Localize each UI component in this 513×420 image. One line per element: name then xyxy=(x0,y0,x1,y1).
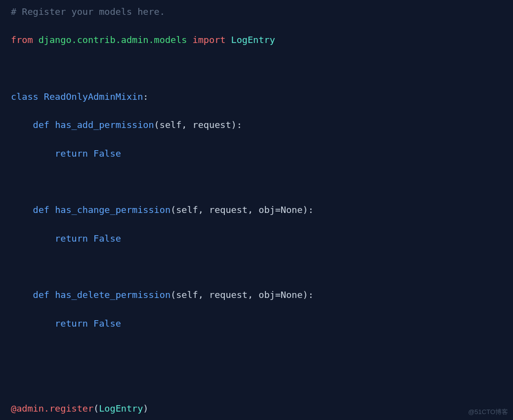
method-params: (self, request) xyxy=(154,120,237,130)
class-keyword: class xyxy=(11,91,39,102)
import-module: django.contrib.admin.models xyxy=(39,35,187,45)
method-has-delete: has_delete_permission xyxy=(55,290,171,300)
method-has-change: has_change_permission xyxy=(55,205,171,215)
method-params: (self, request, obj=None) xyxy=(171,290,308,300)
return-value: False xyxy=(93,318,121,329)
decorator-arg: LogEntry xyxy=(99,403,143,414)
watermark: @51CTO博客 xyxy=(468,407,508,417)
def-keyword: def xyxy=(33,120,49,130)
import-keyword: import xyxy=(193,35,226,45)
comment-line: # Register your models here. xyxy=(11,6,165,17)
return-value: False xyxy=(93,233,121,244)
method-has-add: has_add_permission xyxy=(55,120,154,130)
code-editor[interactable]: # Register your models here. from django… xyxy=(11,5,502,420)
class-name-mixin: ReadOnlyAdminMixin xyxy=(44,91,143,102)
return-value: False xyxy=(93,148,121,159)
method-params: (self, request, obj=None) xyxy=(171,205,308,215)
return-keyword: return xyxy=(55,318,88,329)
return-keyword: return xyxy=(55,148,88,159)
decorator-name: admin.register xyxy=(16,403,93,414)
return-keyword: return xyxy=(55,233,88,244)
def-keyword: def xyxy=(33,290,49,300)
from-keyword: from xyxy=(11,35,33,45)
decorator-at: @ xyxy=(11,403,16,414)
def-keyword: def xyxy=(33,205,49,215)
import-name: LogEntry xyxy=(231,35,275,45)
